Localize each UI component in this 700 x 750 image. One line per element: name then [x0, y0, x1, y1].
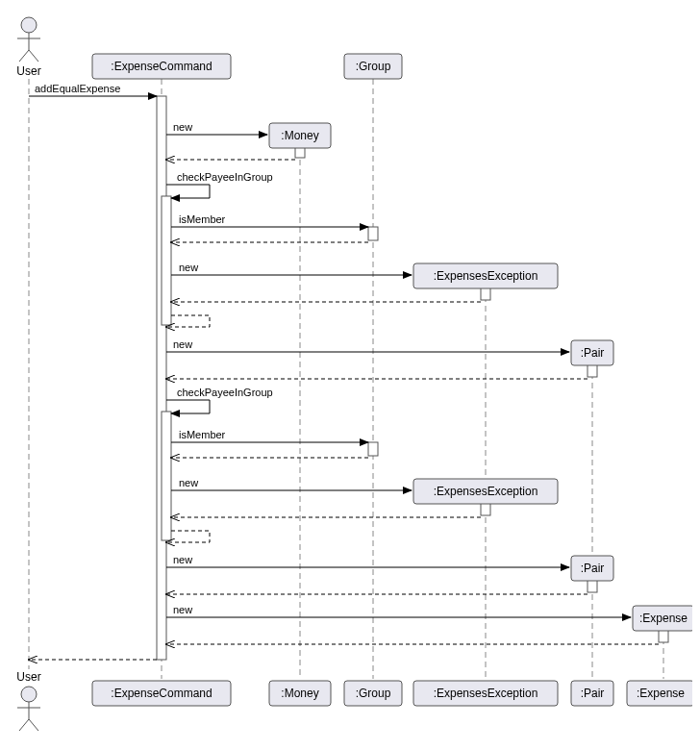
- svg-text::ExpensesException: :ExpensesException: [434, 485, 538, 498]
- svg-text::Expense: :Expense: [639, 612, 688, 625]
- svg-text::Money: :Money: [281, 687, 318, 700]
- participant-expense-bottom: :Expense: [627, 681, 692, 706]
- svg-line-60: [19, 719, 29, 731]
- participant-money-bottom: :Money: [269, 681, 331, 706]
- participant-pair-bottom: :Pair: [571, 681, 613, 706]
- msg-new-expense: new: [173, 604, 192, 615]
- msg-new-pair-1: new: [173, 338, 192, 350]
- participant-expense-create: :Expense: [633, 606, 692, 631]
- svg-text::ExpensesException: :ExpensesException: [434, 269, 538, 283]
- msg-checkpayee-2: checkPayeeInGroup: [177, 387, 273, 398]
- svg-text::Group: :Group: [356, 687, 391, 700]
- svg-line-3: [19, 50, 29, 62]
- participant-expenses-exception-create-1: :ExpensesException: [413, 263, 558, 288]
- svg-text::ExpenseCommand: :ExpenseCommand: [111, 687, 212, 700]
- participant-expenses-exception-create-2: :ExpensesException: [413, 479, 558, 504]
- actor-user-label-top: User: [16, 64, 40, 78]
- msg-new-exc-2: new: [179, 477, 198, 488]
- msg-ismember-2: isMember: [179, 429, 226, 440]
- svg-text::ExpenseCommand: :ExpenseCommand: [111, 60, 212, 73]
- msg-addequalexpense: addEqualExpense: [35, 83, 120, 94]
- svg-line-4: [29, 50, 38, 62]
- svg-rect-18: [162, 412, 171, 540]
- svg-text::Expense: :Expense: [637, 687, 685, 700]
- svg-text::ExpensesException: :ExpensesException: [434, 687, 538, 700]
- actor-user-label-bottom: User: [16, 670, 40, 684]
- actor-user-top: User: [16, 17, 40, 78]
- participant-group-top: :Group: [344, 54, 402, 79]
- participant-expense-command-bottom: :ExpenseCommand: [92, 681, 231, 706]
- participant-expense-command-top: :ExpenseCommand: [92, 54, 231, 79]
- svg-line-61: [29, 719, 38, 731]
- svg-text::Pair: :Pair: [581, 687, 605, 700]
- svg-rect-20: [368, 227, 378, 240]
- participant-money-create: :Money: [269, 123, 331, 148]
- svg-text::Pair: :Pair: [581, 346, 605, 360]
- msg-new-pair-2: new: [173, 554, 192, 565]
- svg-rect-17: [162, 196, 171, 325]
- actor-user-bottom: User: [16, 670, 40, 731]
- svg-text::Money: :Money: [281, 129, 318, 142]
- msg-new-money: new: [173, 121, 192, 133]
- svg-rect-21: [368, 442, 378, 456]
- sequence-diagram: User :ExpenseCommand :Group addEqualExpe…: [8, 8, 692, 742]
- participant-expenses-exception-bottom: :ExpensesException: [413, 681, 558, 706]
- participant-pair-create-1: :Pair: [571, 340, 613, 365]
- msg-new-exc-1: new: [179, 262, 198, 273]
- participant-pair-create-2: :Pair: [571, 556, 613, 581]
- msg-checkpayee-1: checkPayeeInGroup: [177, 171, 273, 183]
- msg-ismember-1: isMember: [179, 213, 226, 225]
- svg-text::Pair: :Pair: [581, 562, 605, 575]
- svg-rect-16: [157, 96, 166, 660]
- svg-text::Group: :Group: [356, 60, 391, 73]
- svg-point-0: [21, 17, 37, 33]
- svg-point-57: [21, 687, 37, 702]
- participant-group-bottom: :Group: [344, 681, 402, 706]
